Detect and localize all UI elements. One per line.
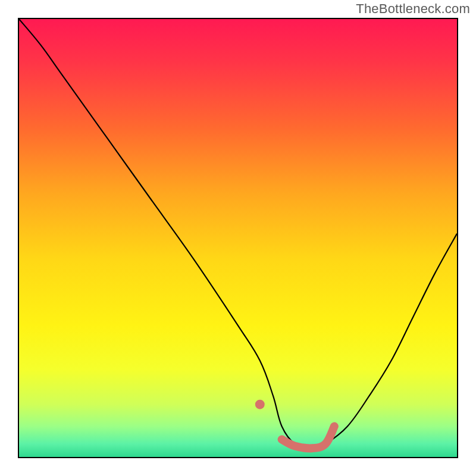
chart-container: TheBottleneck.com (0, 0, 476, 476)
plot-area (18, 18, 458, 458)
attribution-text: TheBottleneck.com (356, 1, 470, 17)
highlight-curve (282, 426, 334, 448)
main-curve (19, 19, 457, 448)
curves-overlay (19, 19, 457, 457)
highlight-dot (255, 400, 265, 409)
